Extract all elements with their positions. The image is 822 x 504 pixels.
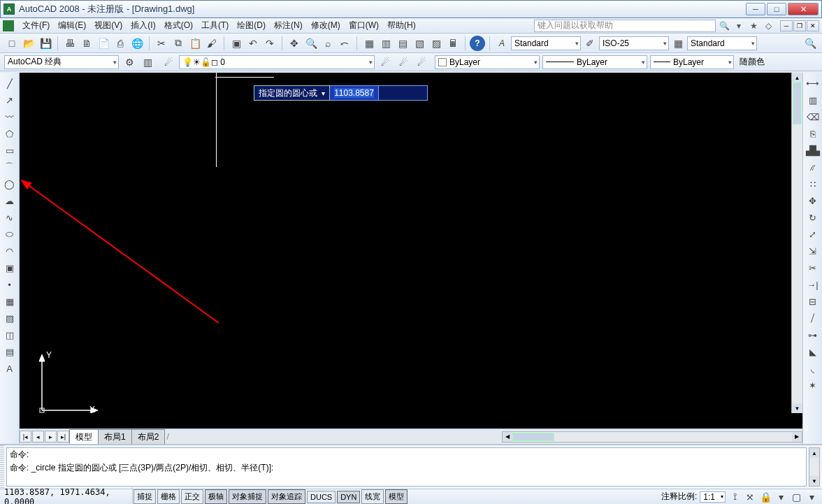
rotate-icon[interactable]: ↻ xyxy=(805,210,821,225)
explode-icon[interactable]: ✶ xyxy=(805,377,821,393)
undo-icon[interactable]: ↶ xyxy=(245,36,261,51)
ws-settings-icon[interactable]: ⚙ xyxy=(122,55,137,70)
tab-model[interactable]: 模型 xyxy=(69,429,99,445)
dyn-y-input[interactable] xyxy=(379,85,428,101)
copy-tool-icon[interactable]: ⎘ xyxy=(805,126,821,141)
gradient-icon[interactable]: ▨ xyxy=(2,310,17,326)
tpalette-icon[interactable]: ▤ xyxy=(395,36,410,51)
pan-icon[interactable]: ✥ xyxy=(287,36,302,51)
publish-icon[interactable]: 📄 xyxy=(96,36,111,51)
layer-dropdown[interactable]: 💡 ☀ 🔓 ◻ 0 xyxy=(179,55,375,69)
menu-insert[interactable]: 插入(I) xyxy=(127,18,159,33)
lwt-toggle[interactable]: 线宽 xyxy=(361,489,384,504)
ducs-toggle[interactable]: DUCS xyxy=(307,491,336,503)
ellipse-arc-icon[interactable]: ◠ xyxy=(2,243,17,259)
hscroll-thumb[interactable] xyxy=(512,433,554,441)
print-icon[interactable]: 🖶 xyxy=(62,36,78,51)
ws-lock-icon[interactable]: ▥ xyxy=(140,55,155,70)
lineweight-dropdown[interactable]: ByLayer xyxy=(650,55,734,69)
dyn-toggle[interactable]: DYN xyxy=(337,491,360,503)
textstyle-icon[interactable]: A xyxy=(494,36,510,51)
vscroll-thumb[interactable] xyxy=(793,82,802,124)
join-icon[interactable]: ⊶ xyxy=(805,327,821,343)
cmd-scroll-up-icon[interactable]: ▲ xyxy=(809,448,819,458)
spline-icon[interactable]: ∿ xyxy=(2,210,17,225)
layer-prev-icon[interactable]: ☄ xyxy=(377,55,393,70)
help-icon[interactable]: ? xyxy=(470,36,485,51)
dcenter-icon[interactable]: ▥ xyxy=(378,36,394,51)
grid-toggle[interactable]: 栅格 xyxy=(157,489,180,504)
layer-manager-icon[interactable]: ☄ xyxy=(161,55,176,70)
close-button[interactable]: ✕ xyxy=(788,3,819,15)
linetype-dropdown[interactable]: ByLayer xyxy=(542,55,647,69)
stretch-icon[interactable]: ⇲ xyxy=(805,243,821,259)
offset-icon[interactable]: ⫽ xyxy=(805,159,821,175)
menu-help[interactable]: 帮助(H) xyxy=(383,18,420,33)
menu-tools[interactable]: 工具(T) xyxy=(197,18,233,33)
array-icon[interactable]: ∷ xyxy=(805,176,821,192)
mdi-close-button[interactable]: ✕ xyxy=(807,20,819,31)
zoom-rt-icon[interactable]: 🔍 xyxy=(303,36,319,51)
canvas-hscrollbar[interactable]: ◀ ▶ xyxy=(502,431,802,442)
drawing-canvas[interactable]: 指定圆的圆心或 ▾ 1103.8587 X xyxy=(20,73,802,429)
calc-icon[interactable]: 🖩 xyxy=(445,36,461,51)
chamfer-icon[interactable]: ◣ xyxy=(805,344,821,359)
fillet-icon[interactable]: ◟ xyxy=(805,361,821,376)
markup-icon[interactable]: ▨ xyxy=(428,36,444,51)
tab-layout1[interactable]: 布局1 xyxy=(98,429,132,445)
mdi-min-button[interactable]: ─ xyxy=(780,20,793,31)
osnap-toggle[interactable]: 对象捕捉 xyxy=(229,489,266,504)
text-style-dropdown[interactable]: Standard xyxy=(511,36,581,50)
pan-tool-icon[interactable]: ▥ xyxy=(805,92,821,108)
mdi-restore-button[interactable]: ❐ xyxy=(793,20,806,31)
block-icon[interactable]: ▣ xyxy=(229,36,244,51)
sheet-icon[interactable]: ▧ xyxy=(412,36,427,51)
cut-icon[interactable]: ✂ xyxy=(154,36,169,51)
snap-toggle[interactable]: 捕捉 xyxy=(134,489,156,504)
comm-icon[interactable]: ◇ xyxy=(762,20,774,32)
polar-toggle[interactable]: 极轴 xyxy=(205,489,227,504)
search-tb-icon[interactable]: 🔍 xyxy=(802,36,818,51)
scroll-right-icon[interactable]: ▶ xyxy=(792,432,802,442)
break-icon[interactable]: ⧸ xyxy=(805,310,821,326)
canvas-vscrollbar[interactable]: ▲ ▼ xyxy=(791,73,802,413)
tab-first-icon[interactable]: |◂ xyxy=(20,431,31,442)
search-icon[interactable]: 🔍 xyxy=(718,20,730,32)
status-clean-icon[interactable]: ▢ xyxy=(790,491,802,503)
dimstyle-icon[interactable]: ✐ xyxy=(582,36,598,51)
otrack-toggle[interactable]: 对象追踪 xyxy=(268,489,305,504)
extend-icon[interactable]: →| xyxy=(805,277,821,292)
scroll-left-icon[interactable]: ◀ xyxy=(503,432,512,442)
redo-icon[interactable]: ↷ xyxy=(262,36,277,51)
tab-layout2[interactable]: 布局2 xyxy=(131,429,166,445)
web-icon[interactable]: 🌐 xyxy=(129,36,145,51)
mirror-icon[interactable]: ▟▙ xyxy=(805,143,821,158)
model-toggle[interactable]: 模型 xyxy=(385,489,408,504)
zoom-prev-icon[interactable]: ⤺ xyxy=(337,36,352,51)
save-icon[interactable]: 💾 xyxy=(38,36,53,51)
menu-dim[interactable]: 标注(N) xyxy=(270,18,307,33)
scroll-up-icon[interactable]: ▲ xyxy=(792,73,802,82)
revcloud-icon[interactable]: ☁ xyxy=(2,193,17,208)
status-tray-icon[interactable]: ▾ xyxy=(774,491,787,503)
color-dropdown[interactable]: ByLayer xyxy=(435,55,540,69)
menu-draw[interactable]: 绘图(D) xyxy=(233,18,270,33)
preview-icon[interactable]: 🗎 xyxy=(79,36,94,51)
open-icon[interactable]: 📂 xyxy=(21,36,36,51)
copy-icon[interactable]: ⧉ xyxy=(171,36,186,51)
move-icon[interactable]: ✥ xyxy=(805,193,821,208)
circle-icon[interactable]: ◯ xyxy=(2,176,17,192)
hatch-icon[interactable]: ▦ xyxy=(2,294,17,309)
layer-states-icon[interactable]: ☄ xyxy=(396,55,411,70)
zoom-win-icon[interactable]: ⌕ xyxy=(320,36,336,51)
command-window[interactable]: 命令: 命令: _circle 指定圆的圆心或 [三点(3P)/两点(2P)/相… xyxy=(6,447,807,487)
scale-icon[interactable]: ⤢ xyxy=(805,226,821,242)
paste-icon[interactable]: 📋 xyxy=(187,36,203,51)
star-icon[interactable]: ★ xyxy=(747,20,760,32)
ortho-toggle[interactable]: 正交 xyxy=(181,489,203,504)
cmd-scroll-down-icon[interactable]: ▼ xyxy=(809,476,819,486)
menu-window[interactable]: 窗口(W) xyxy=(345,18,383,33)
dyn-x-input[interactable]: 1103.8587 xyxy=(330,85,379,101)
point-icon[interactable]: • xyxy=(2,277,17,292)
maximize-button[interactable]: □ xyxy=(767,3,786,15)
